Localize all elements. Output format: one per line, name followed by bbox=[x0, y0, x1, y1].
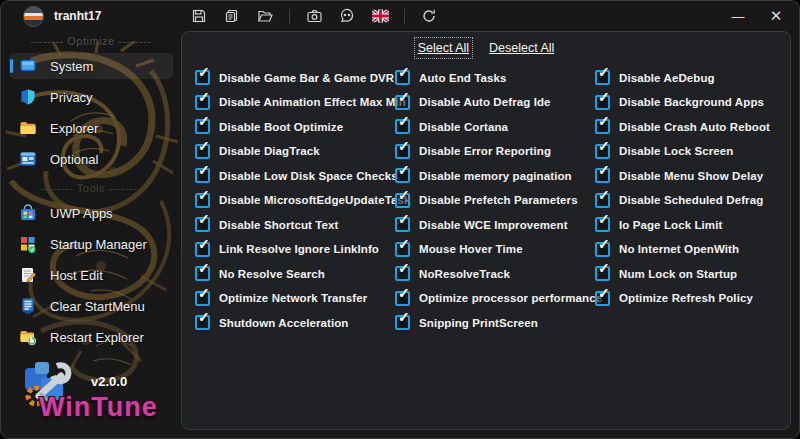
sidebar: -------- Optimize -------- System Privac… bbox=[1, 31, 181, 438]
checkbox-item[interactable]: ✓Disable AeDebug bbox=[595, 70, 790, 85]
checkbox-label: Disable Scheduled Defrag bbox=[619, 194, 763, 206]
checkbox-item[interactable]: ✓Num Lock on Startup bbox=[595, 266, 790, 281]
checkbox-checked[interactable]: ✓ bbox=[395, 168, 410, 183]
checkbox-checked[interactable]: ✓ bbox=[195, 95, 210, 110]
checkbox-label: Disable Menu Show Delay bbox=[619, 170, 763, 182]
checkbox-item[interactable]: ✓Disable Scheduled Defrag bbox=[595, 193, 790, 208]
checkbox-label: Disable Error Reporting bbox=[419, 145, 551, 157]
brand-wordmark: WinTune bbox=[39, 392, 158, 423]
checkbox-item[interactable]: ✓Disable Crash Auto Reboot bbox=[595, 119, 790, 134]
checkbox-item[interactable]: ✓Auto End Tasks bbox=[395, 70, 595, 85]
language-button[interactable] bbox=[368, 5, 392, 27]
checkbox-checked[interactable]: ✓ bbox=[395, 242, 410, 257]
checkbox-checked[interactable]: ✓ bbox=[595, 266, 610, 281]
checkbox-item[interactable]: ✓Disable Auto Defrag Ide bbox=[395, 95, 595, 110]
checkbox-item[interactable]: ✓Optimize processor performance bbox=[395, 291, 595, 306]
checkbox-item[interactable]: ✓Io Page Lock Limit bbox=[595, 217, 790, 232]
checkbox-checked[interactable]: ✓ bbox=[595, 168, 610, 183]
sidebar-item-explorer[interactable]: Explorer bbox=[9, 115, 173, 141]
checkbox-checked[interactable]: ✓ bbox=[195, 144, 210, 159]
checkbox-checked[interactable]: ✓ bbox=[195, 266, 210, 281]
checkbox-checked[interactable]: ✓ bbox=[195, 217, 210, 232]
checkbox-label: Disable Prefetch Parameters bbox=[419, 194, 578, 206]
checkbox-checked[interactable]: ✓ bbox=[595, 217, 610, 232]
checkbox-checked[interactable]: ✓ bbox=[595, 70, 610, 85]
checkbox-item[interactable]: ✓Disable Cortana bbox=[395, 119, 595, 134]
checkbox-item[interactable]: ✓Optimize Network Transfer bbox=[195, 291, 395, 306]
checkmark-icon: ✓ bbox=[398, 286, 410, 300]
checkbox-checked[interactable]: ✓ bbox=[395, 315, 410, 330]
sidebar-item-privacy[interactable]: Privacy bbox=[9, 84, 173, 110]
checkbox-checked[interactable]: ✓ bbox=[195, 119, 210, 134]
sidebar-item-system[interactable]: System bbox=[9, 53, 173, 79]
checkbox-item[interactable]: ✓Disable memory pagination bbox=[395, 168, 595, 183]
open-folder-button[interactable] bbox=[253, 5, 277, 27]
checkbox-item[interactable]: ✓Disable MicrosoftEdgeUpdateTask bbox=[195, 193, 395, 208]
checkbox-checked[interactable]: ✓ bbox=[395, 217, 410, 232]
checkbox-checked[interactable]: ✓ bbox=[395, 266, 410, 281]
close-button[interactable]: ✕ bbox=[757, 1, 795, 31]
checkbox-checked[interactable]: ✓ bbox=[395, 291, 410, 306]
checkbox-label: Disable AeDebug bbox=[619, 72, 715, 84]
checkbox-item[interactable]: ✓Link Resolve Ignore LinkInfo bbox=[195, 242, 395, 257]
minimize-button[interactable]: — bbox=[719, 1, 757, 31]
checkbox-checked[interactable]: ✓ bbox=[395, 119, 410, 134]
sidebar-item-restart-explorer[interactable]: Restart Explorer bbox=[9, 324, 173, 350]
sidebar-item-clear-startmenu[interactable]: Clear StartMenu bbox=[9, 293, 173, 319]
copy-button[interactable] bbox=[220, 5, 244, 27]
copy-icon bbox=[224, 8, 240, 24]
checkbox-checked[interactable]: ✓ bbox=[595, 242, 610, 257]
checkmark-icon: ✓ bbox=[398, 163, 410, 177]
refresh-button[interactable] bbox=[417, 5, 441, 27]
deselect-all-link[interactable]: Deselect All bbox=[489, 41, 554, 55]
checkbox-checked[interactable]: ✓ bbox=[595, 144, 610, 159]
checkbox-item[interactable]: ✓Disable Lock Screen bbox=[595, 144, 790, 159]
sidebar-item-label: Clear StartMenu bbox=[50, 299, 145, 314]
checkbox-checked[interactable]: ✓ bbox=[595, 291, 610, 306]
checkbox-checked[interactable]: ✓ bbox=[395, 95, 410, 110]
sidebar-item-startup-manager[interactable]: Startup Manager bbox=[9, 231, 173, 257]
checkbox-item[interactable]: ✓Snipping PrintScreen bbox=[395, 315, 595, 330]
checkbox-checked[interactable]: ✓ bbox=[395, 144, 410, 159]
checkbox-item[interactable]: ✓No Internet OpenWith bbox=[595, 242, 790, 257]
refresh-icon bbox=[421, 8, 437, 24]
checkbox-item[interactable]: ✓Shutdown Acceleration bbox=[195, 315, 395, 330]
checkbox-item[interactable]: ✓No Resolve Search bbox=[195, 266, 395, 281]
checkbox-checked[interactable]: ✓ bbox=[195, 70, 210, 85]
checkbox-item[interactable]: ✓Disable Background Apps bbox=[595, 95, 790, 110]
checkbox-item[interactable]: ✓Optimize Refresh Policy bbox=[595, 291, 790, 306]
checkbox-checked[interactable]: ✓ bbox=[595, 119, 610, 134]
checkbox-item[interactable]: ✓Mouse Hover Time bbox=[395, 242, 595, 257]
sidebar-item-optional[interactable]: Optional bbox=[9, 146, 173, 172]
sidebar-item-uwp-apps[interactable]: UWP Apps bbox=[9, 200, 173, 226]
checkbox-item[interactable]: ✓Disable DiagTrack bbox=[195, 144, 395, 159]
sidebar-item-label: System bbox=[50, 59, 93, 74]
feedback-button[interactable] bbox=[335, 5, 359, 27]
checkbox-item[interactable]: ✓Disable Prefetch Parameters bbox=[395, 193, 595, 208]
sidebar-item-host-edit[interactable]: Host Edit bbox=[9, 262, 173, 288]
checkmark-icon: ✓ bbox=[398, 90, 410, 104]
checkbox-item[interactable]: ✓Disable Shortcut Text bbox=[195, 217, 395, 232]
checkbox-item[interactable]: ✓Disable Game Bar & Game DVR bbox=[195, 70, 395, 85]
checkbox-checked[interactable]: ✓ bbox=[595, 193, 610, 208]
checkbox-item[interactable]: ✓NoResolveTrack bbox=[395, 266, 595, 281]
checkbox-checked[interactable]: ✓ bbox=[195, 315, 210, 330]
checkbox-checked[interactable]: ✓ bbox=[395, 193, 410, 208]
screenshot-button[interactable] bbox=[302, 5, 326, 27]
clear-startmenu-icon bbox=[19, 297, 37, 315]
checkbox-checked[interactable]: ✓ bbox=[195, 242, 210, 257]
sidebar-nav: System Privacy Explorer Optional -------… bbox=[1, 53, 181, 350]
checkbox-checked[interactable]: ✓ bbox=[195, 168, 210, 183]
select-all-link[interactable]: Select All bbox=[418, 41, 469, 55]
checkbox-checked[interactable]: ✓ bbox=[395, 70, 410, 85]
checkbox-item[interactable]: ✓Disable Animation Effect Max Min bbox=[195, 95, 395, 110]
checkbox-checked[interactable]: ✓ bbox=[595, 95, 610, 110]
checkbox-checked[interactable]: ✓ bbox=[195, 193, 210, 208]
checkbox-checked[interactable]: ✓ bbox=[195, 291, 210, 306]
checkbox-item[interactable]: ✓Disable WCE Improvement bbox=[395, 217, 595, 232]
checkbox-item[interactable]: ✓Disable Boot Optimize bbox=[195, 119, 395, 134]
checkbox-item[interactable]: ✓Disable Low Disk Space Checks bbox=[195, 168, 395, 183]
checkbox-item[interactable]: ✓Disable Menu Show Delay bbox=[595, 168, 790, 183]
checkbox-item[interactable]: ✓Disable Error Reporting bbox=[395, 144, 595, 159]
save-button[interactable] bbox=[187, 5, 211, 27]
